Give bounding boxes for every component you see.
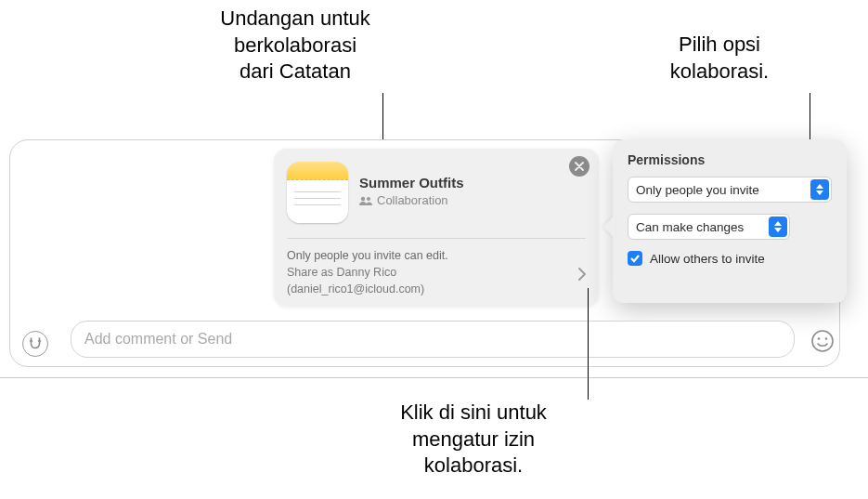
- updown-icon[interactable]: [769, 217, 787, 237]
- close-icon[interactable]: [569, 156, 589, 177]
- callout-line: [810, 93, 810, 141]
- svg-point-0: [361, 196, 365, 200]
- permission-summary: Only people you invite can edit.: [287, 247, 448, 264]
- share-as-line: Share as Danny Rico: [287, 264, 448, 281]
- callout-permissions: Klik di sini untuk mengatur izin kolabor…: [357, 400, 589, 479]
- permissions-popover: Permissions Only people you invite Can m…: [613, 139, 847, 303]
- edit-permission-select[interactable]: Can make changes: [628, 214, 790, 240]
- checkbox-checked-icon[interactable]: [628, 251, 642, 266]
- callout-options: Pilih opsi kolaborasi.: [617, 32, 822, 85]
- svg-point-4: [825, 337, 828, 340]
- apps-icon: [28, 336, 43, 351]
- access-select[interactable]: Only people you invite: [628, 177, 832, 203]
- emoji-button[interactable]: [810, 329, 835, 353]
- access-select-value: Only people you invite: [636, 183, 759, 197]
- permissions-title: Permissions: [628, 152, 832, 167]
- svg-point-3: [818, 337, 821, 340]
- edit-select-value: Can make changes: [636, 220, 744, 234]
- apps-button[interactable]: [22, 331, 48, 357]
- invite-details[interactable]: Only people you invite can edit. Share a…: [287, 247, 448, 297]
- callout-invite: Undangan untuk berkolaborasi dari Catata…: [193, 6, 397, 85]
- allow-invite-label: Allow others to invite: [650, 252, 765, 266]
- callout-line: [588, 288, 589, 400]
- smiley-icon: [810, 329, 835, 353]
- invite-title: Summer Outfits: [359, 175, 464, 190]
- invite-subtitle-text: Collaboration: [377, 193, 448, 207]
- svg-point-1: [367, 197, 370, 201]
- allow-invite-row[interactable]: Allow others to invite: [628, 251, 832, 266]
- updown-icon[interactable]: [810, 179, 829, 200]
- invite-subtitle: Collaboration: [359, 193, 448, 207]
- notes-app-icon: [287, 162, 348, 223]
- share-email-line: (daniel_rico1@icloud.com): [287, 281, 448, 297]
- separator: [0, 377, 868, 378]
- divider: [287, 238, 586, 239]
- collaboration-invite-card[interactable]: Summer Outfits Collaboration Only people…: [274, 149, 599, 307]
- chevron-right-icon[interactable]: [578, 268, 586, 284]
- comment-input[interactable]: [71, 321, 795, 358]
- svg-point-2: [812, 331, 833, 351]
- people-icon: [359, 196, 372, 205]
